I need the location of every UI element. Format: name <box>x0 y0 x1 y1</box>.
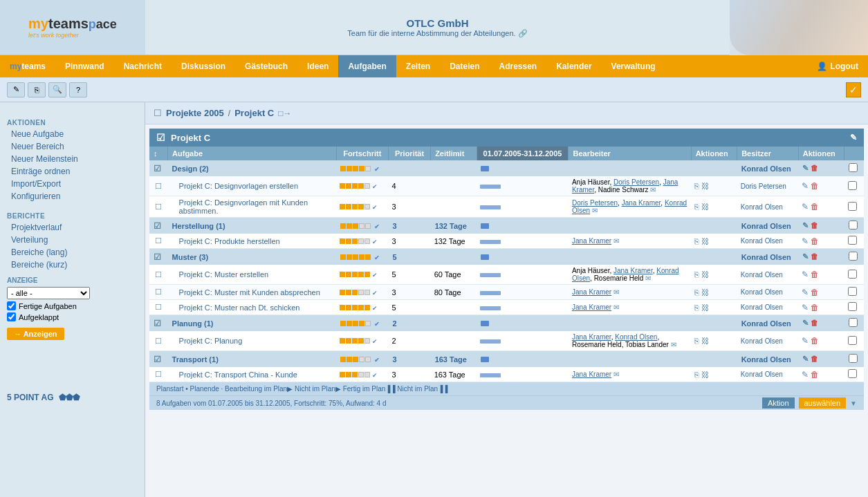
delete-icon[interactable]: 🗑 <box>811 252 818 261</box>
action-copy-icon[interactable]: ⎘ <box>694 237 699 245</box>
edit-icon[interactable]: ✎ <box>802 221 809 229</box>
tagline-link-icon[interactable]: 🔗 <box>518 29 528 37</box>
edit-icon[interactable]: ✎ <box>802 252 809 261</box>
delete-icon[interactable]: 🗑 <box>811 303 819 312</box>
edit-icon[interactable]: ✎ <box>802 288 809 297</box>
row-select-checkbox[interactable] <box>849 163 858 172</box>
task-link[interactable]: Projekt C: Produkte herstellen <box>179 237 280 245</box>
dropdown-arrow-icon[interactable]: ▼ <box>850 400 857 407</box>
action-link-icon[interactable]: ⛓ <box>701 303 709 312</box>
action-link-icon[interactable]: ⛓ <box>701 270 709 279</box>
row-select-checkbox[interactable] <box>848 236 857 245</box>
auswahlen-button[interactable]: auswählen <box>799 397 847 409</box>
edit-icon[interactable]: ✎ <box>802 236 809 246</box>
sidebar-verteilung[interactable]: Verteilung <box>0 234 145 246</box>
breadcrumb-projekt-c[interactable]: Projekt C <box>234 108 274 118</box>
action-copy-icon[interactable]: ⎘ <box>694 303 699 312</box>
bearbeiter-mail-icon[interactable]: ✉ <box>645 274 651 282</box>
row-select-checkbox[interactable] <box>848 270 857 279</box>
toolbar-btn-2[interactable]: ⎘ <box>28 82 46 97</box>
delete-icon[interactable]: 🗑 <box>811 319 818 327</box>
edit-icon[interactable]: ✎ <box>802 336 809 346</box>
row-select-checkbox[interactable] <box>848 202 857 211</box>
anzeigen-button[interactable]: → Anzeigen <box>7 328 64 340</box>
group-link[interactable]: Planung (1) <box>172 319 214 328</box>
bearbeiter-link[interactable]: Jana Kramer <box>572 371 611 378</box>
task-link[interactable]: Projekt C: Planung <box>179 337 243 345</box>
delete-icon[interactable]: 🗑 <box>811 270 819 279</box>
edit-icon[interactable]: ✎ <box>802 164 809 172</box>
bearbeiter-link[interactable]: Jana Kramer <box>572 333 611 341</box>
bearbeiter-mail-icon[interactable]: ✉ <box>592 207 598 214</box>
breadcrumb-expand-icon[interactable]: □→ <box>278 109 291 118</box>
edit-icon[interactable]: ✎ <box>802 202 809 212</box>
delete-icon[interactable]: 🗑 <box>811 355 818 363</box>
bearbeiter-mail-icon[interactable]: ✉ <box>613 371 619 378</box>
action-copy-icon[interactable]: ⎘ <box>694 337 699 345</box>
nav-dateien[interactable]: Dateien <box>440 55 489 77</box>
row-select-checkbox[interactable] <box>848 287 857 296</box>
action-link-icon[interactable]: ⛓ <box>701 203 709 211</box>
group-link[interactable]: Herstellung (1) <box>172 222 225 230</box>
bearbeiter-mail-icon[interactable]: ✉ <box>613 303 619 311</box>
row-select-checkbox[interactable] <box>848 369 857 378</box>
sidebar-neue-aufgabe[interactable]: Neue Aufgabe <box>0 128 145 140</box>
action-link-icon[interactable]: ⛓ <box>701 371 709 379</box>
bearbeiter-link[interactable]: Doris Petersen <box>613 178 659 186</box>
action-link-icon[interactable]: ⛓ <box>701 182 709 190</box>
edit-icon[interactable]: ✎ <box>802 319 809 327</box>
action-copy-icon[interactable]: ⎘ <box>694 182 699 190</box>
group-link[interactable]: Design (2) <box>172 165 209 173</box>
action-link-icon[interactable]: ⛓ <box>701 237 709 245</box>
delete-icon[interactable]: 🗑 <box>811 370 819 379</box>
fertige-aufgaben-checkbox[interactable] <box>7 301 16 310</box>
sidebar-konfigurieren[interactable]: Konfigurieren <box>0 190 145 203</box>
edit-icon[interactable]: ✎ <box>802 370 809 379</box>
aufgeklappt-checkbox[interactable] <box>7 312 16 321</box>
anzeige-select[interactable]: - alle - Offen Fertig Überfällig <box>7 287 90 299</box>
row-select-checkbox[interactable] <box>849 221 858 229</box>
nav-myteams[interactable]: myteams <box>0 55 55 77</box>
bearbeiter-mail-icon[interactable]: ✉ <box>671 341 676 348</box>
bearbeiter-link[interactable]: Konrad Olsen <box>615 333 657 341</box>
group-link[interactable]: Muster (3) <box>172 253 209 261</box>
task-link[interactable]: Projekt C: Muster erstellen <box>179 270 269 279</box>
nav-ideen[interactable]: Ideen <box>297 55 338 77</box>
sidebar-bereiche-lang[interactable]: Bereiche (lang) <box>0 246 145 259</box>
nav-adressen[interactable]: Adressen <box>490 55 547 77</box>
delete-icon[interactable]: 🗑 <box>811 236 819 246</box>
edit-icon[interactable]: ✎ <box>802 181 809 191</box>
task-link[interactable]: Projekt C: Designvorlagen erstellen <box>179 182 298 190</box>
task-link[interactable]: Projekt C: Muster nach Dt. schicken <box>179 303 300 312</box>
nav-diskussion[interactable]: Diskussion <box>172 55 235 77</box>
edit-icon[interactable]: ✎ <box>802 303 809 312</box>
delete-icon[interactable]: 🗑 <box>811 288 819 297</box>
action-copy-icon[interactable]: ⎘ <box>694 371 699 379</box>
nav-aufgaben[interactable]: Aufgaben <box>338 55 396 77</box>
nav-kalender[interactable]: Kalender <box>546 55 601 77</box>
action-copy-icon[interactable]: ⎘ <box>694 203 699 211</box>
bearbeiter-link[interactable]: Doris Petersen <box>572 199 618 207</box>
sidebar-bereiche-kurz[interactable]: Bereiche (kurz) <box>0 259 145 271</box>
delete-icon[interactable]: 🗑 <box>811 202 819 212</box>
nav-zeiten[interactable]: Zeiten <box>396 55 440 77</box>
aktion-button[interactable]: Aktion <box>762 397 795 409</box>
bearbeiter-link[interactable]: Jana Kramer <box>572 237 611 245</box>
bearbeiter-mail-icon[interactable]: ✉ <box>613 237 619 245</box>
bearbeiter-link[interactable]: Jana Kramer <box>572 303 611 311</box>
row-select-checkbox[interactable] <box>849 252 858 261</box>
delete-icon[interactable]: 🗑 <box>811 181 819 191</box>
toolbar-btn-help[interactable]: ? <box>69 82 87 97</box>
bearbeiter-mail-icon[interactable]: ✉ <box>650 186 656 194</box>
action-link-icon[interactable]: ⛓ <box>701 337 709 345</box>
delete-icon[interactable]: 🗑 <box>811 336 819 346</box>
breadcrumb-projekte-2005[interactable]: Projekte 2005 <box>166 108 224 118</box>
row-select-checkbox[interactable] <box>849 354 858 363</box>
group-link[interactable]: Transport (1) <box>172 355 219 364</box>
task-header-action-icon[interactable]: ✎ <box>850 133 857 142</box>
row-select-checkbox[interactable] <box>848 336 857 345</box>
sidebar-eintraege-ordnen[interactable]: Einträge ordnen <box>0 165 145 178</box>
row-select-checkbox[interactable] <box>848 302 857 311</box>
toolbar-btn-search[interactable]: 🔍 <box>48 82 66 97</box>
sidebar-neuer-meilenstein[interactable]: Neuer Meilenstein <box>0 153 145 165</box>
